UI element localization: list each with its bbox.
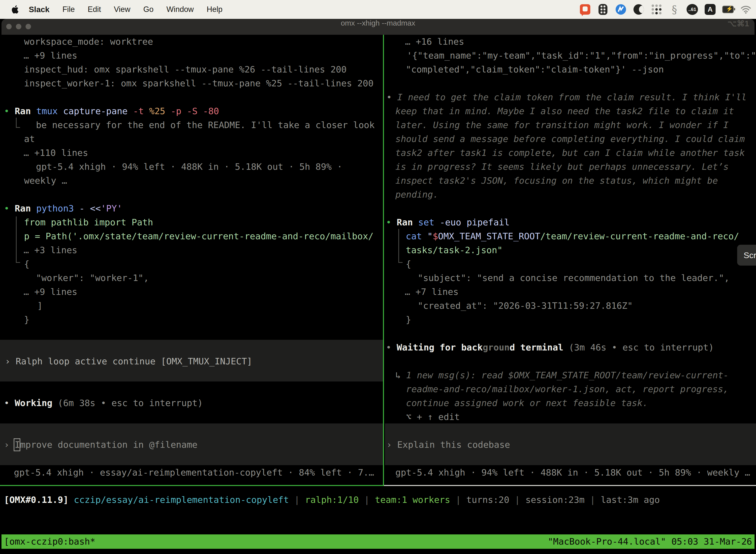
left-pane-line: • Ran tmux capture-pane -t %25 -p -S -80 (4, 104, 219, 118)
right-pane-line: should send a message before completing … (395, 132, 745, 146)
right-pane-line: • I need to get the claim token from the… (386, 90, 747, 104)
battery-icon[interactable]: ⚡ (722, 4, 734, 15)
output-tree-connector (16, 118, 20, 128)
left-pane-border (0, 485, 384, 486)
right-pane-line: '{"team_name":"my-team","task_id":"1","f… (407, 49, 756, 63)
menu-item-go[interactable]: Go (143, 5, 153, 14)
right-pane-line: later. Using the same for transition mig… (395, 118, 729, 132)
left-pane-line: workspace_mode: worktree (24, 35, 153, 49)
menu-item-edit[interactable]: Edit (88, 5, 101, 14)
right-pane-line: continue assigned work or next feasible … (406, 396, 648, 410)
right-pane-border (384, 485, 756, 486)
menu-bar: Slack File Edit View Go Window Help § (0, 0, 756, 19)
screen: Slack File Edit View Go Window Help § (0, 0, 756, 554)
tooltip: Scre (737, 245, 756, 266)
tmux-session-label: [omx-cczip0:bash* (4, 535, 95, 549)
section-squiggle-icon[interactable]: § (669, 4, 680, 15)
left-pane-line: … +110 lines (23, 146, 88, 160)
dots-grid-icon[interactable] (651, 4, 662, 15)
left-pane-line: • Ran python3 - <<'PY' (4, 202, 122, 215)
right-pane-line: is in progress? It seems likely but perh… (395, 160, 729, 174)
menu-item-file[interactable]: File (63, 5, 75, 14)
window-title: omx --xhigh --madmax (0, 19, 756, 35)
left-pane-line: } (24, 313, 29, 327)
left-pane-line: … +9 lines (23, 285, 77, 299)
left-pane-line: › Improve documentation in @filename (4, 438, 197, 452)
apple-menu-icon[interactable] (11, 4, 19, 14)
left-pane-line: gpt-5.4 xhigh · 94% left · 488K in · 5.1… (36, 160, 342, 174)
right-pane-line: tasks/task-2.json" (406, 243, 503, 257)
right-pane-line: { (406, 257, 411, 271)
left-pane-line: be necessary for the end of the README. … (36, 118, 375, 132)
left-pane-line: "worker": "worker-1", (36, 271, 149, 285)
right-pane-line: keep that in mind. Maybe I also need the… (395, 104, 734, 118)
right-pane-line: inspect task2's JSON, focusing on the st… (395, 174, 718, 188)
window-shortcut-hint: ⌥⌘1 (728, 19, 749, 35)
right-pane-line: … +16 lines (405, 35, 464, 49)
output-tree-connector (16, 216, 20, 263)
count-badge-icon[interactable]: ..61 (687, 4, 698, 15)
right-pane-line: • Ran set -euo pipefail (386, 215, 510, 229)
dark-crescent-icon[interactable] (633, 4, 644, 15)
blue-bolt-badge-icon[interactable] (615, 4, 627, 15)
right-pane-line: task2 after task1 is complete, but can I… (395, 146, 745, 160)
right-pane-line: … +7 lines (405, 285, 459, 299)
menu-item-help[interactable]: Help (207, 5, 223, 14)
right-pane-line: ↳ 1 new msg(s): read $OMX_TEAM_STATE_ROO… (395, 368, 729, 382)
input-source-icon[interactable]: A (704, 4, 716, 15)
left-pane-line: p = Path('.omx/state/team/review-current… (24, 229, 374, 243)
menu-app-name[interactable]: Slack (29, 5, 50, 14)
omx-status-line: [OMX#0.11.9] cczip/essay/ai-reimplementa… (4, 493, 660, 507)
left-pane-line: • Working (6m 38s • esc to interrupt) (4, 396, 203, 410)
left-pane-line: weekly … (24, 174, 67, 188)
right-pane-line: "subject": "send a concise recommendatio… (418, 271, 730, 285)
left-pane-line: { (24, 257, 29, 271)
text-cursor (14, 438, 20, 451)
left-pane-line: ] (37, 299, 43, 313)
tmux-host-clock: "MacBook-Pro-44.local" 05:03 31-Mar-26 (548, 535, 752, 549)
pane-divider[interactable] (383, 35, 384, 486)
left-pane-line: gpt-5.4 xhigh · essay/ai-reimplementatio… (14, 466, 374, 480)
left-pane-line: from pathlib import Path (24, 215, 153, 229)
right-pane-line: • Waiting for background terminal (3m 46… (386, 340, 714, 354)
right-pane-line: ⌥ + ↑ edit (406, 410, 460, 424)
keypad-shield-icon[interactable] (597, 4, 609, 15)
left-pane-line: at (24, 132, 35, 146)
right-pane-line: readme-and-reco/mailbox/worker-1.json, a… (406, 382, 729, 396)
left-pane-line: inspect_worker-1: omx sparkshell --tmux-… (24, 76, 374, 90)
tmux-status-bar: [omx-cczip0:bash* "MacBook-Pro-44.local"… (1, 535, 755, 549)
right-pane-line: "created_at": "2026-03-31T11:59:27.816Z" (418, 299, 633, 313)
menu-item-window[interactable]: Window (167, 5, 194, 14)
menu-status-icons: § ..61 A ⚡ (579, 0, 752, 19)
right-pane-line: › Explain this codebase (386, 438, 510, 452)
menu-item-view[interactable]: View (114, 5, 130, 14)
right-pane-line: } (406, 313, 411, 327)
right-pane-line: cat "$OMX_TEAM_STATE_ROOT/team/review-cu… (406, 229, 739, 243)
left-pane-line: › Ralph loop active continue [OMX_TMUX_I… (5, 354, 252, 368)
right-pane-line: gpt-5.4 xhigh · 94% left · 488K in · 5.1… (395, 466, 750, 480)
output-tree-connector (398, 229, 402, 263)
left-pane-line: inspect_hud: omx sparkshell --tmux-pane … (24, 63, 346, 76)
right-pane-line: pending. (395, 188, 438, 202)
right-pane-line: "completed","claim_token":"claim-token"}… (406, 63, 664, 76)
wifi-icon[interactable] (740, 4, 752, 15)
left-pane-line: … +9 lines (23, 49, 77, 63)
left-pane-line: … +3 lines (23, 243, 77, 257)
chat-badge-icon[interactable] (579, 4, 591, 15)
